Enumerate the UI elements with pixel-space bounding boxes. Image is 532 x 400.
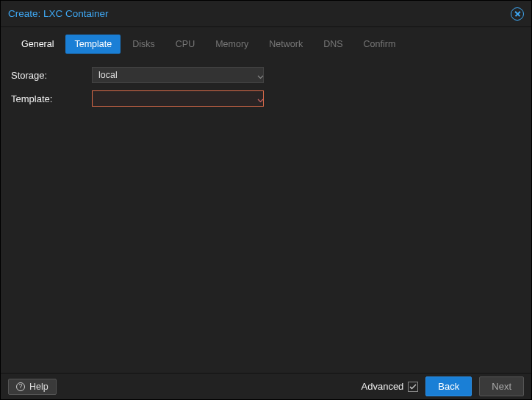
help-label: Help xyxy=(29,382,48,392)
storage-value: local xyxy=(98,70,118,80)
tab-template[interactable]: Template xyxy=(65,35,121,54)
tab-confirm: Confirm xyxy=(355,35,405,54)
help-button[interactable]: ? Help xyxy=(8,379,57,395)
window-title: Create: LXC Container xyxy=(8,8,109,19)
template-label: Template: xyxy=(11,93,92,104)
help-icon: ? xyxy=(16,382,25,391)
template-row: Template: xyxy=(11,90,521,107)
create-lxc-dialog: Create: LXC Container General Template D… xyxy=(0,0,532,400)
next-button[interactable]: Next xyxy=(479,376,524,396)
footer-right: Advanced Back Next xyxy=(362,376,524,396)
tab-dns: DNS xyxy=(314,35,351,54)
footer: ? Help Advanced Back Next xyxy=(1,373,531,399)
advanced-toggle[interactable]: Advanced xyxy=(362,381,419,392)
advanced-checkbox[interactable] xyxy=(408,382,418,392)
storage-label: Storage: xyxy=(11,70,92,81)
content-area: Storage: local Template: xyxy=(1,58,531,373)
template-select[interactable] xyxy=(92,90,264,107)
back-button[interactable]: Back xyxy=(425,376,472,396)
tab-memory: Memory xyxy=(206,35,257,54)
advanced-label: Advanced xyxy=(362,381,404,392)
tab-general[interactable]: General xyxy=(12,35,62,54)
tab-cpu: CPU xyxy=(167,35,204,54)
close-icon[interactable] xyxy=(511,7,524,21)
storage-select[interactable]: local xyxy=(92,67,264,83)
titlebar: Create: LXC Container xyxy=(1,1,531,27)
tab-disks: Disks xyxy=(123,35,164,54)
tab-bar: General Template Disks CPU Memory Networ… xyxy=(1,27,531,58)
storage-row: Storage: local xyxy=(11,67,521,83)
tab-network: Network xyxy=(260,35,312,54)
